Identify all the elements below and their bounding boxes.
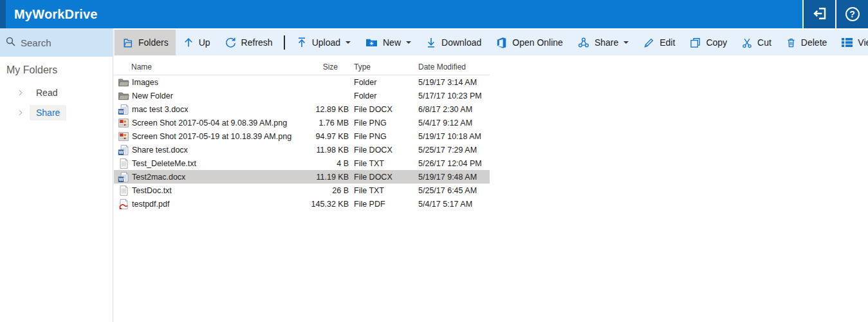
edit-button[interactable]: Edit — [636, 30, 682, 55]
second-row: FoldersUpRefreshUploadNewDownloadOpen On… — [0, 28, 868, 57]
file-name: testpdf.pdf — [132, 200, 294, 209]
delete-button[interactable]: Delete — [779, 30, 834, 55]
svg-text:W: W — [118, 176, 124, 182]
upload-icon — [296, 37, 308, 48]
toolbar-button-label: New — [383, 37, 401, 48]
file-row[interactable]: testpdf.pdf 145.32 KB File PDF 5/4/17 5:… — [114, 197, 490, 211]
toolbar-button-label: Folders — [138, 37, 169, 48]
file-type: File PNG — [349, 132, 413, 141]
file-type: File DOCX — [349, 146, 413, 155]
toolbar-button-label: Upload — [312, 37, 340, 48]
views-icon — [841, 37, 853, 48]
file-row[interactable]: W mac test 3.docx 12.89 KB File DOCX 6/8… — [114, 102, 490, 116]
toolbar-button-label: Edit — [660, 37, 675, 48]
copy-icon — [689, 37, 701, 49]
delete-icon — [786, 37, 797, 49]
file-date-modified: 5/19/17 3:14 AM — [413, 78, 490, 87]
refresh-button[interactable]: Refresh — [217, 30, 280, 55]
refresh-icon — [225, 37, 237, 49]
header-spacer — [98, 0, 802, 28]
pdf-file-icon — [114, 198, 132, 210]
file-name: TestDoc.txt — [132, 186, 294, 195]
txt-file-icon — [114, 185, 132, 196]
file-name: Test_DeleteMe.txt — [132, 159, 294, 168]
file-date-modified: 5/17/17 10:23 PM — [413, 91, 490, 100]
views-button[interactable]: Views — [834, 30, 868, 55]
share-icon — [577, 37, 590, 49]
new-button[interactable]: New — [358, 30, 418, 55]
file-row[interactable]: Screen Shot 2017-05-19 at 10.18.39 AM.pn… — [114, 129, 490, 143]
file-row[interactable]: Test_DeleteMe.txt 4 B File TXT 5/26/17 1… — [114, 156, 490, 170]
file-row[interactable]: TestDoc.txt 26 B File TXT 5/25/17 6:45 A… — [114, 184, 490, 197]
file-size: 1.76 MB — [294, 118, 349, 128]
toolbar-button-label: Cut — [757, 37, 771, 48]
app-header: MyWorkDrive ? — [0, 0, 868, 28]
cut-button[interactable]: Cut — [734, 30, 779, 55]
open-online-icon — [495, 37, 508, 49]
toolbar-button-label: Delete — [801, 37, 827, 48]
file-row[interactable]: W Test2mac.docx 11.19 KB File DOCX 5/19/… — [114, 170, 490, 184]
file-size: 145.32 KB — [294, 200, 349, 209]
download-icon — [425, 37, 437, 48]
png-file-icon — [114, 131, 132, 142]
open-online-button[interactable]: Open Online — [488, 30, 570, 55]
search-input[interactable] — [21, 37, 104, 48]
file-date-modified: 5/25/17 7:29 AM — [413, 146, 490, 155]
search-box — [0, 28, 113, 57]
file-date-modified: 5/19/17 10:18 AM — [413, 132, 490, 141]
column-header-name[interactable]: Name — [114, 62, 294, 71]
sidebar-section-title: My Folders — [0, 62, 113, 82]
upload-button[interactable]: Upload — [289, 30, 358, 55]
share-button[interactable]: Share — [570, 30, 636, 55]
file-size: 11.98 KB — [294, 146, 349, 155]
docx-file-icon: W — [114, 104, 132, 115]
column-header-type[interactable]: Type — [349, 62, 413, 71]
png-file-icon — [114, 117, 132, 129]
dropdown-caret-icon — [623, 41, 629, 44]
folder-file-icon — [114, 77, 132, 88]
file-date-modified: 5/4/17 5:17 AM — [413, 200, 490, 209]
logout-icon — [812, 6, 827, 23]
toolbar-button-label: Share — [595, 37, 618, 48]
download-button[interactable]: Download — [418, 30, 488, 55]
file-type: File DOCX — [349, 105, 413, 114]
file-size: 12.89 KB — [294, 105, 349, 114]
chevron-right-icon[interactable] — [17, 109, 24, 117]
header-accent-bar — [0, 0, 6, 28]
sidebar-item-read[interactable]: Read — [0, 82, 113, 102]
copy-button[interactable]: Copy — [682, 30, 734, 55]
app-title: MyWorkDrive — [6, 0, 98, 28]
sidebar-item-share[interactable]: Share — [0, 102, 113, 122]
file-row[interactable]: Images Folder 5/19/17 3:14 AM — [114, 75, 490, 89]
file-name: New Folder — [132, 91, 294, 100]
file-size: 26 B — [294, 186, 349, 195]
column-header-date-modified[interactable]: Date Modified — [413, 62, 490, 71]
chevron-right-icon[interactable] — [17, 89, 24, 97]
file-name: mac test 3.docx — [132, 105, 294, 114]
file-name: Screen Shot 2017-05-19 at 10.18.39 AM.pn… — [132, 132, 294, 141]
dropdown-caret-icon — [406, 41, 411, 44]
file-date-modified: 5/19/17 9:48 AM — [413, 173, 490, 182]
folder-tree: Read Share — [0, 82, 113, 122]
main-panel: Name Size Type Date Modified Images Fold… — [113, 57, 868, 322]
toolbar-button-label: Copy — [706, 37, 727, 48]
file-type: File TXT — [349, 186, 413, 195]
file-row[interactable]: New Folder Folder 5/17/17 10:23 PM — [114, 89, 490, 102]
column-header-size[interactable]: Size — [294, 62, 349, 71]
folders-button[interactable]: Folders — [115, 30, 176, 55]
edit-icon — [643, 37, 655, 49]
file-type: Folder — [349, 91, 413, 100]
logout-button[interactable] — [802, 0, 835, 28]
header-actions: ? — [802, 0, 868, 28]
file-name: Screen Shot 2017-05-04 at 9.08.39 AM.png — [132, 118, 294, 128]
toolbar: FoldersUpRefreshUploadNewDownloadOpen On… — [113, 30, 868, 55]
file-row[interactable]: Screen Shot 2017-05-04 at 9.08.39 AM.png… — [114, 116, 490, 129]
file-row[interactable]: W Share test.docx 11.98 KB File DOCX 5/2… — [114, 143, 490, 156]
toolbar-button-label: Refresh — [241, 37, 273, 48]
docx-file-icon: W — [114, 144, 132, 156]
txt-file-icon — [114, 158, 132, 169]
up-button[interactable]: Up — [176, 30, 217, 55]
sidebar: My Folders Read Share — [0, 57, 113, 322]
file-name: Images — [132, 78, 294, 87]
help-button[interactable]: ? — [835, 0, 868, 28]
